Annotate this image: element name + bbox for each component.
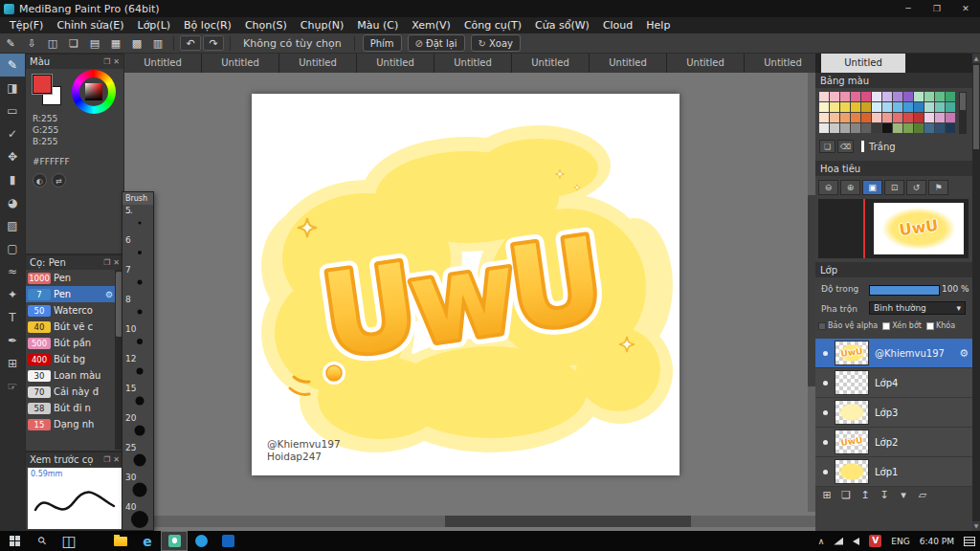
brush-size-7[interactable]: 7 [122, 264, 153, 294]
menu-item-6[interactable]: Màu (C) [350, 17, 405, 33]
hand-tool[interactable]: ☞ [0, 375, 25, 398]
menu-item-2[interactable]: Lớp(L) [131, 17, 178, 33]
close-icon[interactable]: ✕ [113, 57, 120, 66]
eyedropper-tool[interactable]: ✒ [0, 329, 25, 352]
canvas[interactable]: UwU UwU UwU @Khiemvu1 [252, 94, 679, 475]
tab-untitled-0[interactable]: Untitled [124, 54, 202, 73]
brush-settings-icon[interactable]: ⚙ [105, 290, 113, 299]
pinned-app-button-2[interactable] [214, 531, 241, 551]
palette-swatch-2-3[interactable] [851, 113, 860, 122]
palette-swatch-1-8[interactable] [903, 102, 913, 112]
layer-row-Lớp3[interactable]: Lớp3 [815, 398, 972, 428]
palette-swatch-0-9[interactable] [914, 92, 924, 101]
lock-checkbox[interactable]: Khóa [926, 321, 955, 330]
divide-tool[interactable]: ⊞ [0, 352, 25, 375]
layer-visibility-dot[interactable] [823, 410, 828, 415]
flag-button[interactable]: ⚑ [928, 180, 948, 195]
palette-swatch-3-5[interactable] [872, 123, 881, 133]
brush-size-15[interactable]: 15 [122, 383, 153, 412]
brush-size-panel-header[interactable]: Brush ... [122, 192, 153, 205]
eraser-tool[interactable]: ◨ [0, 77, 25, 99]
edge-browser-button[interactable]: e [134, 531, 161, 551]
fit-window-button[interactable]: ▣ [862, 180, 882, 195]
message-icon[interactable]: ❏ [64, 35, 83, 52]
palette-swatch-2-11[interactable] [935, 113, 945, 122]
close-icon[interactable]: ✕ [113, 455, 120, 464]
palette-swatch-1-1[interactable] [830, 102, 839, 112]
brush-item-500[interactable]: 500Bút pần [26, 335, 115, 351]
palette-swatch-2-12[interactable] [946, 113, 955, 122]
palette-swatch-3-4[interactable] [861, 123, 871, 133]
alpha-lock-checkbox[interactable]: Bảo vệ alpha [818, 321, 878, 330]
brush-size-20[interactable]: 20 [122, 412, 153, 442]
canvas-vertical-scrollbar[interactable] [808, 73, 815, 512]
brush-item-58[interactable]: 58Bút đi n [26, 400, 115, 416]
palette-swatch-0-7[interactable] [893, 92, 902, 101]
palette-swatch-1-10[interactable] [924, 102, 934, 112]
undo-button[interactable]: ↶ [180, 35, 201, 51]
zoom-reset-button[interactable]: ⊡ [884, 180, 904, 195]
comment-icon[interactable]: ◫ [43, 35, 62, 52]
merge-layer-button[interactable]: ↧ [877, 488, 892, 503]
scrollbar-thumb[interactable] [973, 65, 979, 149]
tray-expand-button[interactable]: ∧ [813, 531, 830, 551]
minimize-button[interactable]: ─ [894, 0, 923, 17]
start-button[interactable] [0, 531, 29, 551]
layer-visibility-dot[interactable] [823, 440, 828, 445]
tab-untitled-active[interactable]: Untitled [821, 54, 905, 73]
brush-item-70[interactable]: 70Cải này đ [26, 384, 115, 400]
palette-swatch-0-1[interactable] [830, 92, 839, 101]
tab-untitled-3[interactable]: Untitled [357, 54, 434, 73]
palette-swatch-2-10[interactable] [924, 113, 934, 122]
palette-swatch-0-5[interactable] [872, 92, 881, 101]
palette-swatch-2-4[interactable] [861, 113, 871, 122]
task-view-button[interactable]: ◫ [56, 531, 82, 551]
palette-swatch-2-2[interactable] [840, 113, 850, 122]
palette-swatch-0-12[interactable] [946, 92, 955, 101]
taskbar-search-button[interactable]: ⚲ [29, 531, 56, 551]
menu-item-8[interactable]: Công cụ(T) [457, 17, 528, 33]
saturation-value-square[interactable] [85, 83, 102, 100]
palette-swatch-2-7[interactable] [893, 113, 902, 122]
select-area-tool[interactable]: ▢ [0, 237, 25, 260]
brush-size-40[interactable]: 40 [122, 501, 153, 531]
swap-colors-button[interactable]: ⇄ [52, 173, 66, 187]
xoay-button[interactable]: ↻Xoay [471, 34, 521, 52]
palette-swatch-3-10[interactable] [924, 123, 934, 133]
tab-untitled-1[interactable]: Untitled [202, 54, 279, 73]
medibang-taskbar-button[interactable] [161, 531, 188, 551]
foreground-color-swatch[interactable] [33, 75, 52, 94]
pinned-app-button[interactable] [188, 531, 214, 551]
brush-item-50[interactable]: 50Waterco [26, 302, 115, 319]
palette-scrollbar[interactable] [959, 92, 967, 134]
palette-swatch-3-9[interactable] [914, 123, 924, 133]
palette-swatch-1-4[interactable] [861, 102, 871, 112]
dock-icon[interactable]: ❐ [103, 57, 110, 66]
palette-swatch-2-5[interactable] [872, 113, 881, 122]
duplicate-layer-button[interactable]: ❏ [838, 488, 854, 503]
palette-swatch-1-11[interactable] [935, 102, 945, 112]
clipping-checkbox[interactable]: Xén bớt [882, 321, 922, 330]
palette-swatch-1-9[interactable] [914, 102, 924, 112]
blend-mode-select[interactable]: Bình thường ▾ [869, 301, 966, 315]
menu-item-0[interactable]: Tệp(F) [3, 17, 50, 33]
volume-button[interactable] [848, 531, 864, 551]
menu-item-5[interactable]: Chụp(N) [294, 17, 350, 33]
menu-item-3[interactable]: Bộ lọc(R) [177, 17, 238, 33]
palette-swatch-3-12[interactable] [946, 123, 955, 133]
palette-swatch-0-11[interactable] [935, 92, 945, 101]
delete-palette-color-button[interactable]: ⌫ [837, 140, 854, 153]
brush-size-30[interactable]: 30 [122, 472, 153, 501]
palette-swatch-0-8[interactable] [903, 92, 913, 101]
text-tool[interactable]: T [0, 306, 25, 329]
palette-swatch-3-0[interactable] [819, 123, 829, 133]
palette-swatch-3-7[interactable] [893, 123, 902, 133]
tab-untitled-2[interactable]: Untitled [279, 54, 357, 73]
menu-item-1[interactable]: Chỉnh sửa(E) [50, 17, 130, 33]
palette-swatch-3-6[interactable] [882, 123, 892, 133]
brush-item-1000[interactable]: 1000Pen [26, 270, 115, 286]
save-icon[interactable]: ⇩ [22, 35, 41, 52]
layer-visibility-dot[interactable] [823, 470, 828, 474]
palette-swatch-1-12[interactable] [946, 102, 955, 112]
palette-swatch-3-8[interactable] [903, 123, 913, 133]
